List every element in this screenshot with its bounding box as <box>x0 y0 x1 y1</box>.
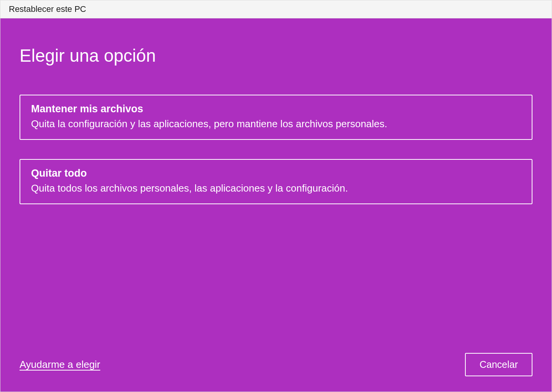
option-title: Mantener mis archivos <box>31 103 521 115</box>
window-title: Restablecer este PC <box>9 4 543 14</box>
content-area: Elegir una opción Mantener mis archivos … <box>0 18 552 392</box>
page-heading: Elegir una opción <box>20 45 532 66</box>
footer: Ayudarme a elegir Cancelar <box>20 353 532 376</box>
cancel-button[interactable]: Cancelar <box>465 353 532 376</box>
option-description: Quita todos los archivos personales, las… <box>31 182 521 194</box>
remove-everything-option[interactable]: Quitar todo Quita todos los archivos per… <box>20 159 532 204</box>
help-me-choose-link[interactable]: Ayudarme a elegir <box>20 359 100 371</box>
option-title: Quitar todo <box>31 167 521 179</box>
option-description: Quita la configuración y las aplicacione… <box>31 118 521 130</box>
title-bar: Restablecer este PC <box>0 0 552 18</box>
keep-files-option[interactable]: Mantener mis archivos Quita la configura… <box>20 95 532 140</box>
options-container: Mantener mis archivos Quita la configura… <box>20 95 532 204</box>
reset-pc-dialog: Restablecer este PC Elegir una opción Ma… <box>0 0 552 392</box>
